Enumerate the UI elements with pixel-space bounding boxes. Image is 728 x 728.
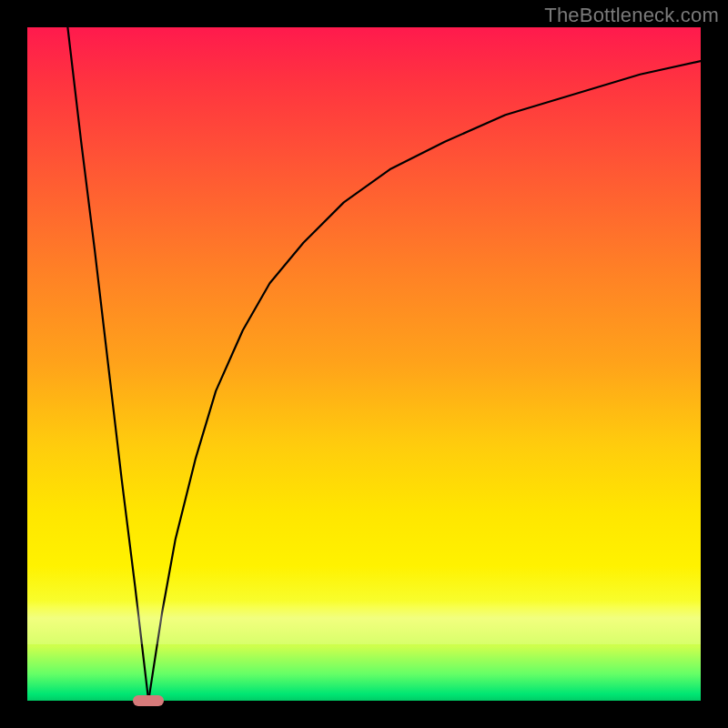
bottleneck-curve (27, 27, 701, 701)
plot-area (27, 27, 701, 701)
chart-frame: TheBottleneck.com (0, 0, 728, 728)
watermark-text: TheBottleneck.com (544, 4, 719, 27)
